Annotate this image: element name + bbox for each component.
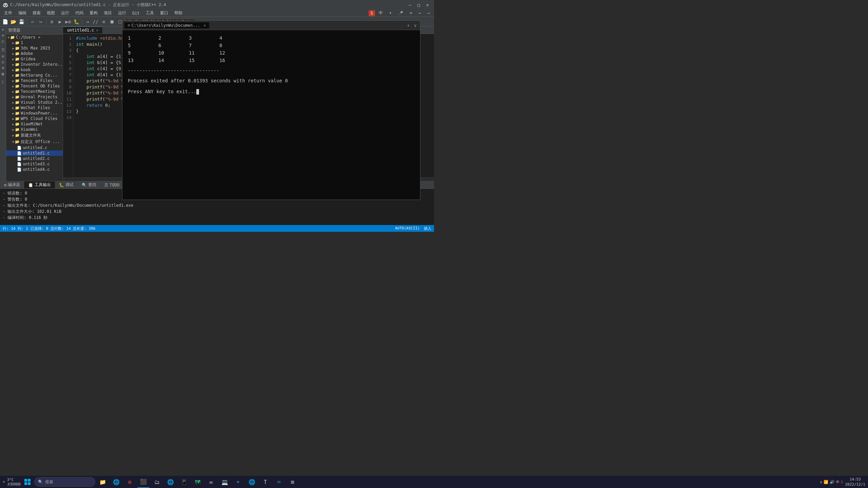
terminal-add-tab[interactable]: + xyxy=(406,23,411,28)
menu-run2[interactable]: 运行 xyxy=(115,9,129,17)
sogou-btn2[interactable]: • xyxy=(387,10,394,16)
toolbar-open[interactable]: 📂 xyxy=(9,18,17,25)
sidebar-file-untitled1[interactable]: 📄 untitled1.c xyxy=(6,150,63,156)
toolbar-undo[interactable]: ↩ xyxy=(29,18,36,25)
menu-edit[interactable]: 编辑 xyxy=(16,9,29,17)
toolbar-comment[interactable]: // xyxy=(92,18,99,25)
close-button[interactable]: ✕ xyxy=(424,2,431,8)
left-icon-3[interactable]: ◫ xyxy=(0,39,6,45)
menu-window[interactable]: 窗口 xyxy=(157,9,171,17)
arrow-unreal: ▶ xyxy=(12,95,14,99)
arrow-adobe: ▶ xyxy=(12,52,14,56)
term-col-1-1: 1 xyxy=(128,34,158,42)
sidebar-item-inventor[interactable]: ▶ 📁 Inventor Interо... xyxy=(6,62,63,67)
sidebar-file-untitled4[interactable]: 📄 untitled4.c xyxy=(6,167,63,172)
sogou-btn1[interactable]: 中 xyxy=(376,9,386,17)
left-icon-7[interactable]: ⊠ xyxy=(0,66,6,70)
left-icon-5[interactable]: ⊞ xyxy=(0,55,6,58)
toolbar-sep3 xyxy=(82,19,82,25)
sidebar-item-kook[interactable]: ▶ 📁 kook xyxy=(6,67,63,73)
minimize-button[interactable]: — xyxy=(406,2,414,8)
sidebar-header: 管理器 xyxy=(6,26,63,35)
bottom-tab-tooloutput[interactable]: 📋 工具输出 xyxy=(24,181,55,188)
toolbar-save[interactable]: 💾 xyxy=(18,18,25,25)
menu-tools[interactable]: 工具 xyxy=(143,9,157,17)
terminal-output-row-2: 5 6 7 8 xyxy=(128,42,415,49)
menu-refactor[interactable]: 重构 xyxy=(87,9,100,17)
menu-help[interactable]: 帮助 xyxy=(172,9,185,17)
label-tencent: Tencent Files xyxy=(21,78,53,83)
toolbar-compile[interactable]: ⚙ xyxy=(48,18,56,25)
sogou-btn6[interactable]: ⋯ xyxy=(425,10,433,16)
tooloutput-tab-icon: 📋 xyxy=(28,183,33,187)
toolbar-indent[interactable]: ⇥ xyxy=(84,18,91,25)
sidebar-file-untitled3[interactable]: 📄 untitled3.c xyxy=(6,161,63,167)
label-vs: Visual Studio 2... xyxy=(21,100,63,105)
sogou-logo[interactable]: S xyxy=(369,10,375,16)
sidebar-item-adobe[interactable]: ▶ 📁 Adobe xyxy=(6,51,63,56)
sidebar-item-windows-power[interactable]: ▶ 📁 WindowsPower... xyxy=(6,110,63,116)
sogou-btn3[interactable]: 🎤 xyxy=(395,10,406,16)
terminal-content[interactable]: 1 2 3 4 5 6 7 8 9 10 11 12 13 14 15 16 xyxy=(122,30,420,200)
left-icon-6[interactable]: ⊟ xyxy=(0,60,6,64)
menu-code[interactable]: 代码 xyxy=(73,9,86,17)
compiler-tab-label: 编译器 xyxy=(8,182,20,188)
sidebar-item-wps[interactable]: ▶ 📁 WPS Cloud Files xyxy=(6,116,63,121)
sidebar-item-tencent[interactable]: ▶ 📁 Tencent Files xyxy=(6,78,63,83)
toolbar-compile-run[interactable]: ▶⚙ xyxy=(64,18,72,25)
term-col-3-1: 9 xyxy=(128,49,158,57)
toolbar-debug[interactable]: 🐛 xyxy=(73,18,80,25)
toolbar-run[interactable]: ▶ xyxy=(56,18,64,25)
sogou-btn4[interactable]: ⌨ xyxy=(407,10,415,16)
sidebar-item-vs[interactable]: ▶ 📁 Visual Studio 2... xyxy=(6,100,63,105)
sidebar-item-newfolder[interactable]: ▶ 📁 新建文件夹 xyxy=(6,132,63,139)
toolbar-redo[interactable]: ↪ xyxy=(37,18,44,25)
bottom-tab-compiler[interactable]: ⚙ 编译器 xyxy=(0,181,24,188)
toolbar-stop[interactable]: ⏹ xyxy=(108,18,116,25)
sidebar-item-xiaowei[interactable]: ▶ 📁 XiaoWei xyxy=(6,127,63,132)
sidebar-item-xiaomin[interactable]: ▶ 📁 XiaoMiNet xyxy=(6,121,63,127)
sidebar-item-tencentmeeting[interactable]: ▶ 📁 TencentMeeting xyxy=(6,89,63,94)
tooloutput-tab-label: 工具输出 xyxy=(35,182,51,188)
menu-file[interactable]: 文件 xyxy=(1,9,15,17)
toolbar-format[interactable]: ≡ xyxy=(100,18,107,25)
toolbar-new[interactable]: 📄 xyxy=(1,18,9,25)
maximize-button[interactable]: □ xyxy=(415,2,422,8)
terminal-process-msg: Process exited after 0.01393 seconds wit… xyxy=(128,77,415,84)
menu-git[interactable]: Git xyxy=(130,10,142,16)
bottom-tab-debug[interactable]: 🐛 调试 xyxy=(55,181,78,188)
root-arrow: ▼ xyxy=(7,36,9,39)
menu-project[interactable]: 项目 xyxy=(101,9,115,17)
sidebar-file-untitled2[interactable]: 📄 untitled2.c xyxy=(6,156,63,161)
tab-close-icon[interactable]: ✕ xyxy=(96,28,98,33)
left-icon-9[interactable]: ♫ xyxy=(0,79,6,85)
sidebar-item-3dsmax[interactable]: ▶ 📁 3ds Max 2023 xyxy=(6,45,63,51)
sidebar-item-customoffice[interactable]: ▼ 📂 自定义 Office ... xyxy=(6,139,63,145)
folder-icon-inventor: 📁 xyxy=(15,62,20,67)
bottom-tab-todo[interactable]: ☰ TODO xyxy=(100,181,123,188)
sidebar-item-tencentod[interactable]: ▶ 📁 Tencent OD Files xyxy=(6,83,63,89)
left-icon-2[interactable]: ⊕ xyxy=(0,34,6,37)
terminal-tab[interactable]: ⊞ C:\Users\KailynWu\Documen... ✕ xyxy=(124,22,209,28)
folder-icon-tencent: 📁 xyxy=(15,79,20,83)
sidebar-item-unreal[interactable]: ▶ 📁 Unreal Projects xyxy=(6,94,63,100)
bottom-tab-find[interactable]: 🔍 查找 xyxy=(78,181,100,188)
sidebar-root[interactable]: ▼ 📁 C:/Users » xyxy=(6,35,63,40)
sidebar-item-1[interactable]: ▶ 📁 1 xyxy=(6,40,63,45)
sidebar-file-untitled[interactable]: 📄 untitled.c xyxy=(6,145,63,150)
left-icon-8[interactable]: ▦ xyxy=(0,72,6,77)
sidebar-item-gridea[interactable]: ▶ 📁 Gridea xyxy=(6,56,63,62)
folder-icon-windows-power: 📁 xyxy=(15,111,20,116)
sidebar-item-wechat[interactable]: ▶ 📁 WeChat Files xyxy=(6,105,63,110)
menu-search[interactable]: 搜索 xyxy=(30,9,43,17)
left-icon-4[interactable]: ☰ xyxy=(0,47,6,53)
terminal-tab-close[interactable]: ✕ xyxy=(203,23,206,28)
sogou-btn5[interactable]: ✂ xyxy=(416,10,424,16)
menu-run[interactable]: 运行 xyxy=(58,9,72,17)
tab-untitled1[interactable]: untitled1.c ✕ xyxy=(63,26,102,34)
sidebar-item-netsarang[interactable]: ▶ 📁 NetSarang Co... xyxy=(6,73,63,78)
menu-view[interactable]: 视图 xyxy=(44,9,58,17)
arrow-gridea: ▶ xyxy=(12,57,14,61)
terminal-dropdown[interactable]: ∨ xyxy=(413,23,418,28)
left-icon-1[interactable]: ≡ xyxy=(0,28,6,32)
